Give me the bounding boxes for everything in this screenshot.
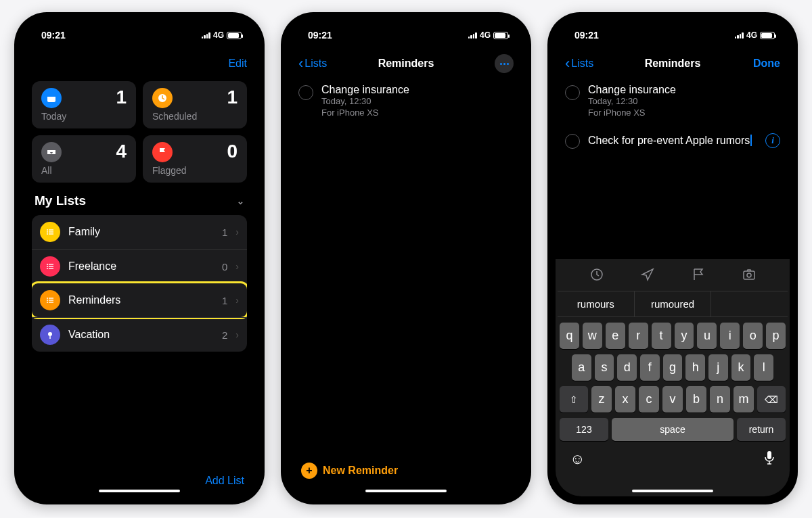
card-flagged[interactable]: 0 Flagged <box>143 135 247 183</box>
flagged-count: 0 <box>227 141 238 162</box>
key-shift[interactable]: ⇧ <box>560 386 588 413</box>
suggestion-3[interactable] <box>711 291 788 316</box>
suggestion-2[interactable]: rumoured <box>634 291 712 316</box>
card-all[interactable]: 4 All <box>32 135 136 183</box>
reminder-row-editing[interactable]: Check for pre-event Apple rumors i <box>556 126 790 156</box>
key-f[interactable]: f <box>640 354 660 381</box>
today-count: 1 <box>116 87 127 108</box>
svg-rect-1 <box>47 95 55 97</box>
key-q[interactable]: q <box>560 323 579 349</box>
add-list-button[interactable]: Add List <box>205 475 244 487</box>
new-reminder-label: New Reminder <box>323 465 398 477</box>
svg-rect-25 <box>744 271 754 279</box>
key-delete[interactable]: ⌫ <box>757 386 786 413</box>
list-row-freelance[interactable]: Freelance 0 › <box>32 249 247 283</box>
key-p[interactable]: p <box>766 323 786 349</box>
chevron-left-icon: ‹ <box>565 55 570 72</box>
key-n[interactable]: n <box>710 386 730 413</box>
signal-icon <box>735 32 744 39</box>
key-k[interactable]: k <box>731 354 751 381</box>
svg-rect-16 <box>49 298 53 298</box>
list-row-vacation[interactable]: Vacation 2 › <box>32 317 247 352</box>
key-m[interactable]: m <box>734 386 754 413</box>
more-button[interactable] <box>495 54 514 73</box>
key-z[interactable]: z <box>591 386 612 413</box>
inbox-icon <box>41 142 62 162</box>
signal-icon <box>468 32 477 39</box>
key-123[interactable]: 123 <box>560 418 608 441</box>
key-y[interactable]: y <box>675 323 694 349</box>
key-space[interactable]: space <box>612 418 734 441</box>
key-w[interactable]: w <box>583 323 602 349</box>
reminder-title-input[interactable]: Check for pre-event Apple rumors <box>588 135 752 146</box>
keyboard-bottom: ☺ <box>558 446 788 469</box>
reminder-checkbox[interactable] <box>298 85 313 100</box>
reminder-title: Change insurance <box>321 84 514 96</box>
key-c[interactable]: c <box>639 386 659 413</box>
reminder-row[interactable]: Change insurance Today, 12:30 For iPhone… <box>289 77 523 126</box>
nav-bar: ‹ Lists Reminders Done <box>556 50 790 77</box>
nav-bar: ‹ Lists Reminders <box>289 50 523 77</box>
back-button[interactable]: ‹ Lists <box>298 55 327 72</box>
quicktype-bar: rumours rumoured <box>558 291 788 317</box>
new-reminder-button[interactable]: + New Reminder <box>301 463 398 479</box>
all-count: 4 <box>116 141 127 162</box>
key-s[interactable]: s <box>595 354 614 381</box>
key-t[interactable]: t <box>652 323 671 349</box>
list-row-reminders[interactable]: Reminders 1 › <box>32 281 247 319</box>
info-button[interactable]: i <box>765 133 780 148</box>
my-lists-header[interactable]: My Lists ⌄ <box>22 189 256 212</box>
status-time: 09:21 <box>308 30 332 41</box>
phone-frame-2: 09:21 4G ‹ Lists Reminders Change insura… <box>281 12 531 504</box>
chevron-left-icon: ‹ <box>298 55 303 72</box>
back-button[interactable]: ‹ Lists <box>565 55 593 72</box>
location-icon[interactable] <box>640 267 655 285</box>
key-v[interactable]: v <box>662 386 683 413</box>
emoji-button[interactable]: ☺ <box>570 450 585 469</box>
camera-icon[interactable] <box>742 267 757 285</box>
key-r[interactable]: r <box>629 323 648 349</box>
key-return[interactable]: return <box>737 418 786 441</box>
svg-point-11 <box>47 266 48 267</box>
reminder-row[interactable]: Change insurance Today, 12:30 For iPhone… <box>556 77 790 126</box>
plus-icon: + <box>301 463 317 479</box>
screen-2: 09:21 4G ‹ Lists Reminders Change insura… <box>289 20 523 496</box>
phone-frame-1: 09:21 4G Edit 1 Today 1 <box>14 12 265 504</box>
reminder-checkbox[interactable] <box>565 134 580 149</box>
home-indicator[interactable] <box>365 490 447 492</box>
key-o[interactable]: o <box>743 323 763 349</box>
suggestion-1[interactable]: rumours <box>558 291 634 316</box>
key-l[interactable]: l <box>754 354 773 381</box>
key-j[interactable]: j <box>708 354 728 381</box>
reminder-date: Today, 12:30 <box>588 96 780 108</box>
home-indicator[interactable] <box>632 490 713 492</box>
list-count: 2 <box>222 329 227 341</box>
key-i[interactable]: i <box>720 323 740 349</box>
list-row-family[interactable]: Family 1 › <box>32 215 247 249</box>
svg-point-13 <box>47 268 48 269</box>
key-e[interactable]: e <box>606 323 625 349</box>
key-d[interactable]: d <box>617 354 637 381</box>
key-g[interactable]: g <box>663 354 683 381</box>
key-u[interactable]: u <box>697 323 717 349</box>
back-label: Lists <box>571 57 593 70</box>
key-a[interactable]: a <box>572 354 591 381</box>
card-today[interactable]: 1 Today <box>32 81 136 128</box>
dictation-button[interactable] <box>763 450 775 469</box>
svg-rect-8 <box>49 233 53 234</box>
card-scheduled[interactable]: 1 Scheduled <box>143 81 247 128</box>
key-x[interactable]: x <box>615 386 635 413</box>
flag-icon[interactable] <box>691 267 706 285</box>
key-b[interactable]: b <box>686 386 706 413</box>
svg-rect-10 <box>49 264 53 264</box>
time-icon[interactable] <box>589 267 604 285</box>
key-h[interactable]: h <box>685 354 705 381</box>
edit-button[interactable]: Edit <box>228 57 247 70</box>
list-icon <box>40 290 60 310</box>
done-button[interactable]: Done <box>753 57 780 70</box>
svg-point-17 <box>47 300 48 301</box>
reminder-date: Today, 12:30 <box>321 96 514 108</box>
scheduled-count: 1 <box>227 87 238 108</box>
reminder-checkbox[interactable] <box>565 85 580 100</box>
home-indicator[interactable] <box>99 490 180 492</box>
